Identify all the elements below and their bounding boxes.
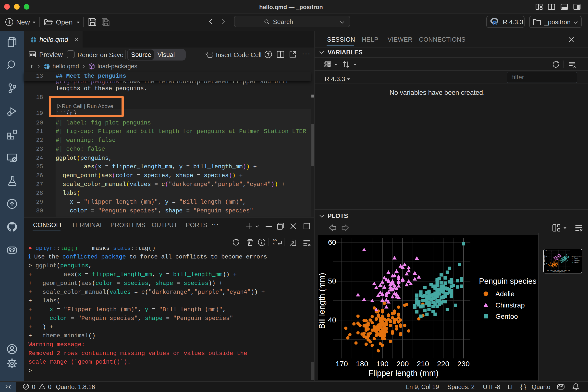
svg-text:Gentoo: Gentoo — [496, 312, 518, 320]
svg-text:200: 200 — [396, 360, 409, 368]
svg-text:40: 40 — [328, 316, 336, 324]
svg-text:220: 220 — [437, 360, 449, 368]
svg-text:Adelie: Adelie — [496, 290, 514, 298]
svg-text:Chinstrap: Chinstrap — [496, 301, 525, 309]
svg-text:R: R — [493, 20, 497, 26]
svg-text:190: 190 — [376, 360, 388, 368]
svg-text:Penguin species: Penguin species — [479, 276, 536, 286]
svg-text:Flipper length (mm): Flipper length (mm) — [368, 368, 438, 378]
svg-text:180: 180 — [356, 360, 368, 368]
svg-text:210: 210 — [417, 360, 429, 368]
svg-text:230: 230 — [458, 360, 470, 368]
svg-text:60: 60 — [328, 238, 336, 246]
svg-text:50: 50 — [328, 277, 336, 285]
svg-text:Bill length (mm): Bill length (mm) — [317, 273, 326, 329]
svg-text:170: 170 — [336, 360, 348, 368]
